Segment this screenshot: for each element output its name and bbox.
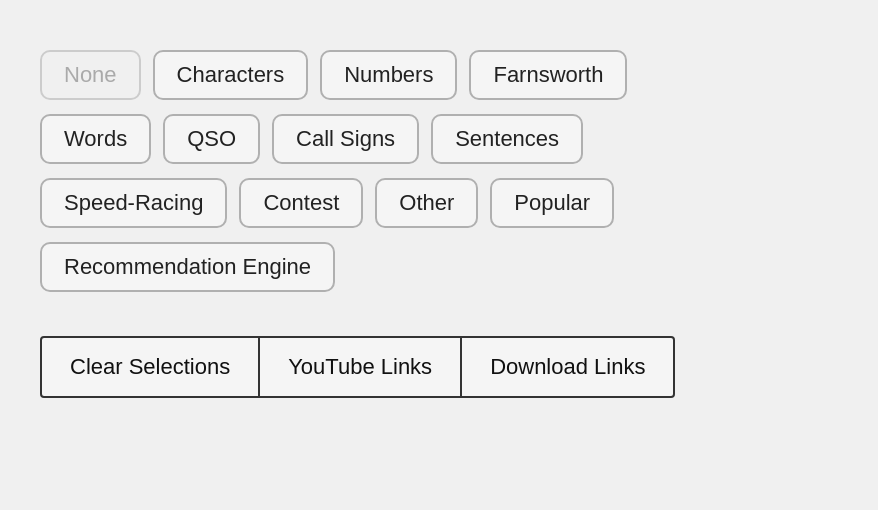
filter-btn-characters[interactable]: Characters (153, 50, 309, 100)
action-btn-clear-selections[interactable]: Clear Selections (40, 336, 260, 398)
filter-btn-sentences[interactable]: Sentences (431, 114, 583, 164)
filter-row-3: Recommendation Engine (40, 242, 838, 292)
filter-btn-farnsworth[interactable]: Farnsworth (469, 50, 627, 100)
filter-row-1: WordsQSOCall SignsSentences (40, 114, 838, 164)
filter-row-2: Speed-RacingContestOtherPopular (40, 178, 838, 228)
action-btn-download-links[interactable]: Download Links (462, 336, 675, 398)
action-btn-youtube-links[interactable]: YouTube Links (260, 336, 462, 398)
filter-row-0: NoneCharactersNumbersFarnsworth (40, 50, 838, 100)
action-row: Clear SelectionsYouTube LinksDownload Li… (40, 336, 838, 398)
filter-btn-words[interactable]: Words (40, 114, 151, 164)
filter-btn-recommendation-engine[interactable]: Recommendation Engine (40, 242, 335, 292)
filter-btn-call-signs[interactable]: Call Signs (272, 114, 419, 164)
filter-btn-none[interactable]: None (40, 50, 141, 100)
filter-btn-speed-racing[interactable]: Speed-Racing (40, 178, 227, 228)
filter-btn-qso[interactable]: QSO (163, 114, 260, 164)
filter-btn-popular[interactable]: Popular (490, 178, 614, 228)
filter-btn-other[interactable]: Other (375, 178, 478, 228)
filter-btn-numbers[interactable]: Numbers (320, 50, 457, 100)
filter-btn-contest[interactable]: Contest (239, 178, 363, 228)
filter-rows: NoneCharactersNumbersFarnsworthWordsQSOC… (40, 50, 838, 306)
main-container: NoneCharactersNumbersFarnsworthWordsQSOC… (40, 30, 838, 398)
